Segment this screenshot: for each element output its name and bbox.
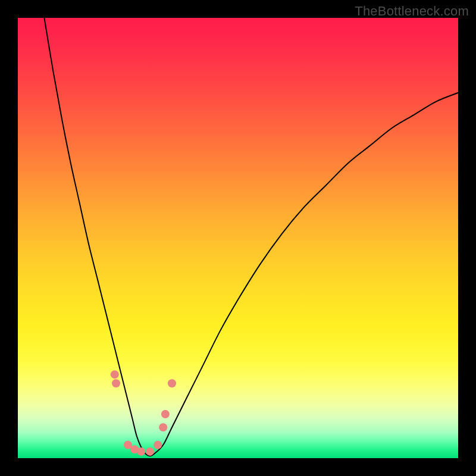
plot-area (18, 18, 458, 458)
bottleneck-curve (44, 18, 458, 456)
data-marker (168, 379, 176, 387)
data-marker (137, 447, 145, 456)
watermark-text: TheBottleneck.com (355, 4, 469, 19)
curve-layer (18, 18, 458, 458)
data-marker (146, 447, 154, 456)
marker-group (111, 370, 176, 456)
data-marker (159, 423, 167, 431)
data-marker (154, 441, 162, 449)
chart-frame: TheBottleneck.com (0, 0, 476, 476)
data-marker (161, 410, 170, 418)
data-marker (111, 370, 119, 378)
data-marker (112, 379, 120, 387)
